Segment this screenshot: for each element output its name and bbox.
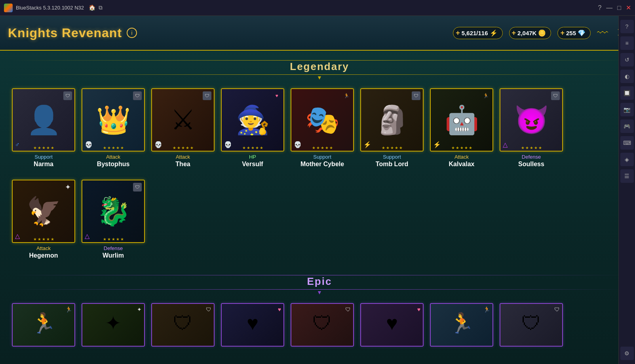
bystophus-name: Bystophus (82, 161, 145, 168)
epic-cards-row: 🏃 🏃 ✦ ✦ 🛡 🛡 (12, 303, 627, 347)
bystophus-type: Attack (82, 154, 145, 160)
tomlord-corner-icon: 🛡 (412, 91, 420, 100)
sidebar-btn-7[interactable]: ⌨ (620, 136, 634, 150)
epic-card-7[interactable]: 🏃 🏃 (430, 303, 493, 347)
bluestacks-logo (4, 4, 13, 12)
tomlord-name: Tomb Lord (360, 161, 424, 168)
versulf-info: HP Versulf (221, 154, 284, 168)
epic-section-header: Epic ▼ (12, 275, 627, 295)
hegemon-type: Attack (12, 245, 75, 251)
wurlim-name: Wurlim (82, 252, 145, 259)
champion-thea[interactable]: ⚔ 🛡 💀 ★★★★★ Attack Thea (151, 88, 215, 168)
sidebar-btn-5[interactable]: 📷 (620, 103, 634, 116)
wave-icon: 〰 (597, 27, 608, 40)
thea-corner-icon: 🛡 (203, 91, 211, 100)
legendary-row2-grid: 🦅 ✦ △ ★★★★★ Attack Hegemon 🐉 (12, 180, 627, 259)
energy-value: 5,621/116 (462, 30, 488, 36)
sidebar-help-btn[interactable]: ? (620, 20, 634, 33)
sidebar-btn-9[interactable]: ☰ (620, 169, 634, 183)
tomlord-info: Support Tomb Lord (360, 154, 424, 168)
epic-card-5-bg: 🛡 (291, 304, 353, 346)
duplicate-icon[interactable]: ⧉ (99, 4, 103, 11)
sidebar-btn-3[interactable]: ◐ (620, 70, 634, 83)
gems-plus[interactable]: + (560, 29, 565, 37)
gems-resource[interactable]: + 255 💎 (557, 27, 591, 39)
sidebar-btn-4[interactable]: 🔲 (620, 86, 634, 100)
help-button[interactable]: ? (598, 4, 601, 11)
epic-card-6[interactable]: ♥ ♥ (360, 303, 424, 347)
thea-type: Attack (151, 154, 215, 160)
silver-resource[interactable]: + 2,047K 🪙 (509, 27, 551, 39)
wurlim-type: Defense (82, 245, 145, 251)
epic-card-4[interactable]: ♥ ♥ (221, 303, 284, 347)
thea-info: Attack Thea (151, 154, 215, 168)
thea-bottom-icon: 💀 (154, 141, 162, 148)
home-icon[interactable]: 🏠 (89, 4, 95, 11)
mothercybele-name: Mother Cybele (291, 161, 354, 168)
soulless-type: Defense (500, 154, 563, 160)
champion-narma[interactable]: 👤 🛡 ♂ ★★★★★ Support Narma (12, 88, 75, 168)
sidebar-btn-6[interactable]: 🎮 (620, 119, 634, 133)
versulf-name: Versulf (221, 161, 284, 168)
soulless-stars: ★★★★★ (521, 146, 542, 150)
narma-corner-icon: 🛡 (63, 91, 72, 100)
epic-card-2[interactable]: ✦ ✦ (82, 303, 145, 347)
tomlord-type: Support (360, 154, 424, 160)
sidebar-btn-8[interactable]: ◈ (620, 153, 634, 166)
narma-info: Support Narma (12, 154, 75, 168)
champion-kalvalax[interactable]: 🤖 🏃 ⚡ ★★★★★ Attack Kalvalax (430, 88, 493, 168)
main-content: Legendary ▼ 👤 🛡 ♂ ★★★★★ (0, 51, 635, 364)
champion-bystophus[interactable]: 👑 🛡 💀 ★★★★★ Attack Bystophus (82, 88, 145, 168)
champion-soulless[interactable]: 😈 🛡 △ ★★★★★ Defense Soulless (500, 88, 563, 168)
energy-resource[interactable]: + 5,621/116 ⚡ (453, 27, 502, 39)
epic-card-3[interactable]: 🛡 🛡 (151, 303, 215, 347)
info-button[interactable]: i (127, 28, 137, 38)
champion-versulf[interactable]: 🧙 ♥ 💀 ★★★★★ HP Versulf (221, 88, 284, 168)
energy-plus[interactable]: + (456, 29, 460, 37)
champion-wurlim[interactable]: 🐉 🛡 △ ★★★★★ Defense Wurlim (82, 180, 145, 259)
epic-title: Epic (307, 275, 332, 287)
kalvalax-stars: ★★★★★ (451, 146, 472, 150)
sidebar-btn-2[interactable]: ↺ (620, 53, 634, 66)
hegemon-stars: ★★★★★ (33, 237, 54, 241)
soulless-bottom-icon: △ (503, 141, 508, 148)
mothercybele-bottom-icon: 💀 (294, 141, 302, 148)
sidebar-settings-btn[interactable]: ⚙ (620, 347, 634, 360)
sidebar-btn-1[interactable]: ≡ (620, 36, 634, 50)
mothercybele-info: Support Mother Cybele (291, 154, 354, 168)
epic-card-8-bg: 🛡 (500, 304, 562, 346)
narma-bottom-icon: ♂ (15, 141, 20, 148)
versulf-bottom-icon: 💀 (224, 141, 232, 148)
epic-card-2-bg: ✦ (82, 304, 144, 346)
thea-stars: ★★★★★ (173, 146, 194, 150)
app-name: BlueStacks 5.3.120.1002 N32 (16, 5, 84, 11)
epic-card-1[interactable]: 🏃 🏃 (12, 303, 75, 347)
mothercybele-corner-icon: 🏃 (342, 91, 351, 100)
epic-card-5-icon: 🛡 (345, 306, 351, 313)
wurlim-stars: ★★★★★ (103, 237, 124, 241)
minimize-button[interactable]: — (606, 4, 612, 11)
champion-hegemon[interactable]: 🦅 ✦ △ ★★★★★ Attack Hegemon (12, 180, 75, 259)
bystophus-bottom-icon: 💀 (85, 141, 93, 148)
silver-plus[interactable]: + (512, 29, 516, 37)
epic-card-3-bg: 🛡 (152, 304, 214, 346)
bystophus-corner-icon: 🛡 (133, 91, 142, 100)
epic-card-6-bg: ♥ (361, 304, 423, 346)
epic-card-8[interactable]: 🛡 🛡 (500, 303, 563, 347)
champion-tomlord[interactable]: 🗿 🛡 ⚡ ★★★★★ Support Tomb Lord (360, 88, 424, 168)
epic-card-5[interactable]: 🛡 🛡 (291, 303, 354, 347)
bystophus-stars: ★★★★★ (103, 146, 124, 150)
epic-card-4-bg: ♥ (222, 304, 283, 346)
restore-button[interactable]: □ (617, 4, 621, 11)
content-wrapper: Legendary ▼ 👤 🛡 ♂ ★★★★★ (0, 51, 635, 364)
hegemon-bottom-icon: △ (15, 232, 20, 240)
epic-card-2-icon: ✦ (137, 306, 142, 313)
title-bar: BlueStacks 5.3.120.1002 N32 🏠 ⧉ ? — □ ✕ (0, 0, 635, 16)
thea-name: Thea (151, 161, 215, 168)
kalvalax-info: Attack Kalvalax (430, 154, 493, 168)
narma-stars: ★★★★★ (33, 146, 54, 150)
epic-card-7-icon: 🏃 (483, 306, 490, 313)
kalvalax-name: Kalvalax (430, 161, 493, 168)
champion-mothercybele[interactable]: 🎭 🏃 💀 ★★★★★ Support Mother Cybele (291, 88, 354, 168)
close-button[interactable]: ✕ (626, 4, 631, 11)
